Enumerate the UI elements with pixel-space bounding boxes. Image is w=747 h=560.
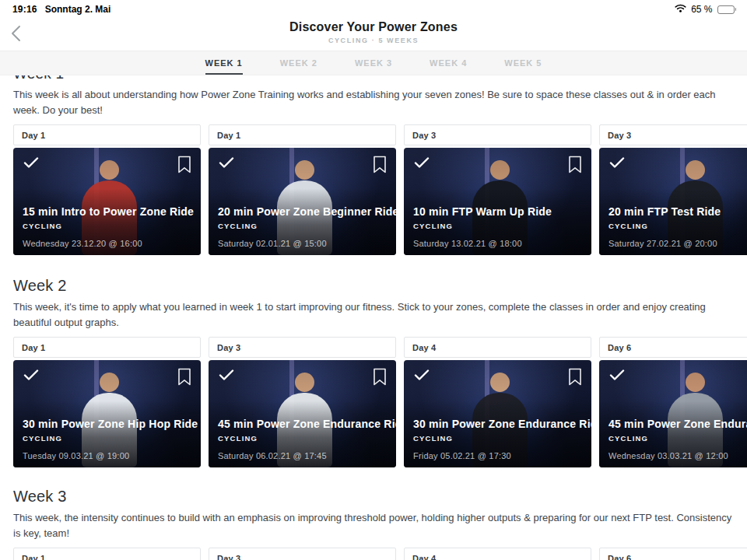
bookmark-icon[interactable] (177, 156, 191, 177)
class-card[interactable]: 30 min Power Zone Endurance Ride CYCLING… (404, 360, 591, 467)
class-title: 20 min FTP Test Ride (608, 205, 747, 218)
class-card[interactable]: 20 min FTP Test Ride CYCLING Saturday 27… (599, 148, 747, 255)
card-row-week1: 15 min Intro to Power Zone Ride CYCLING … (13, 148, 747, 255)
completed-check-icon (219, 157, 234, 172)
day-label-row-week2: Day 1 Day 3 Day 4 Day 6 (13, 337, 747, 358)
day-box: Day 3 (209, 337, 396, 358)
day-label: Day 3 (217, 343, 240, 352)
class-title: 30 min Power Zone Endurance Ride (413, 418, 591, 430)
completed-check-icon (219, 369, 234, 384)
class-scheduled-date: Saturday 13.02.21 @ 18:00 (413, 239, 591, 248)
class-card[interactable]: 45 min Power Zone Endurance Ride CYCLING… (599, 360, 747, 467)
day-label: Day 1 (217, 131, 240, 140)
completed-check-icon (414, 369, 430, 384)
day-label: Day 6 (608, 343, 631, 352)
day-label-row-week1: Day 1 Day 1 Day 3 Day 3 (13, 124, 747, 145)
bookmark-icon[interactable] (568, 156, 582, 177)
day-label: Day 3 (217, 554, 240, 560)
day-box: Day 3 (209, 548, 396, 560)
program-schedule: Week 1 This week is all about understand… (0, 65, 747, 560)
section-description-week2: This week, it's time to apply what you l… (13, 299, 734, 331)
page-title: Discover Your Power Zones (0, 20, 747, 34)
day-box: Day 3 (404, 124, 591, 145)
section-heading-week3: Week 3 (13, 488, 734, 506)
class-card[interactable]: 30 min Power Zone Hip Hop Ride CYCLING T… (13, 360, 201, 467)
app-header: Discover Your Power Zones CYCLING · 5 WE… (0, 19, 747, 51)
class-title: 45 min Power Zone Endurance Ride (608, 418, 747, 430)
class-title: 30 min Power Zone Hip Hop Ride (23, 418, 201, 430)
class-card[interactable]: 10 min FTP Warm Up Ride CYCLING Saturday… (404, 148, 591, 255)
class-scheduled-date: Saturday 06.02.21 @ 17:45 (218, 451, 396, 460)
tab-week-4[interactable]: WEEK 4 (430, 51, 467, 75)
day-label: Day 6 (608, 554, 631, 560)
section-description-week1: This week is all about understanding how… (13, 87, 734, 118)
completed-check-icon (414, 157, 430, 172)
day-box: Day 1 (209, 124, 396, 145)
day-box: Day 4 (404, 337, 591, 358)
day-label: Day 4 (412, 554, 436, 560)
class-scheduled-date: Tuesday 09.03.21 @ 19:00 (23, 451, 201, 460)
class-title: 15 min Intro to Power Zone Ride (23, 205, 201, 218)
class-discipline: CYCLING (413, 434, 591, 443)
status-time: 19:16 (12, 4, 37, 15)
day-box: Day 1 (13, 548, 201, 560)
status-bar: 19:16 Sonntag 2. Mai 65 % (0, 0, 747, 19)
status-date: Sonntag 2. Mai (45, 4, 111, 15)
completed-check-icon (609, 157, 625, 172)
bookmark-icon[interactable] (177, 368, 191, 389)
bookmark-icon[interactable] (373, 156, 387, 177)
class-discipline: CYCLING (23, 434, 201, 443)
day-box: Day 1 (13, 337, 201, 358)
section-description-week3: This week, the intensity continues to bu… (13, 510, 734, 541)
class-scheduled-date: Saturday 27.02.21 @ 20:00 (608, 239, 747, 248)
day-box: Day 6 (599, 548, 747, 560)
chevron-left-icon (11, 25, 21, 42)
completed-check-icon (609, 369, 625, 384)
battery-percent-label: 65 % (691, 4, 712, 15)
class-scheduled-date: Friday 05.02.21 @ 17:30 (413, 451, 591, 460)
class-discipline: CYCLING (218, 222, 396, 230)
wifi-icon (675, 4, 686, 15)
week-section-1: Week 1 This week is all about understand… (13, 65, 734, 255)
day-label: Day 1 (22, 131, 45, 140)
tab-week-1[interactable]: WEEK 1 (205, 51, 243, 75)
week-section-2: Week 2 This week, it's time to apply wha… (13, 277, 734, 467)
day-box: Day 6 (599, 337, 747, 358)
day-label: Day 3 (608, 131, 631, 140)
tab-week-3[interactable]: WEEK 3 (355, 51, 392, 75)
back-button[interactable] (11, 23, 28, 44)
day-box: Day 3 (599, 124, 747, 145)
class-discipline: CYCLING (413, 222, 591, 230)
card-row-week2: 30 min Power Zone Hip Hop Ride CYCLING T… (13, 360, 747, 467)
class-title: 10 min FTP Warm Up Ride (413, 205, 591, 218)
class-scheduled-date: Saturday 02.01.21 @ 15:00 (218, 239, 396, 248)
class-card[interactable]: 15 min Intro to Power Zone Ride CYCLING … (13, 148, 201, 255)
tab-week-5[interactable]: WEEK 5 (504, 51, 542, 75)
week-tab-bar: WEEK 1 WEEK 2 WEEK 3 WEEK 4 WEEK 5 (0, 51, 747, 75)
section-heading-week2: Week 2 (13, 277, 734, 295)
day-label: Day 1 (22, 343, 45, 352)
class-discipline: CYCLING (218, 434, 396, 443)
week-section-3: Week 3 This week, the intensity continue… (13, 488, 734, 560)
day-box: Day 4 (404, 548, 591, 560)
class-title: 45 min Power Zone Endurance Ride (218, 418, 396, 430)
class-discipline: CYCLING (23, 222, 201, 230)
class-scheduled-date: Wednesday 23.12.20 @ 16:00 (23, 239, 201, 248)
bookmark-icon[interactable] (568, 368, 582, 389)
class-discipline: CYCLING (608, 222, 747, 230)
tab-week-2[interactable]: WEEK 2 (280, 51, 317, 75)
class-card[interactable]: 20 min Power Zone Beginner Ride CYCLING … (209, 148, 396, 255)
class-title: 20 min Power Zone Beginner Ride (218, 205, 396, 218)
completed-check-icon (23, 157, 39, 172)
completed-check-icon (23, 369, 39, 384)
day-label: Day 1 (22, 554, 45, 560)
bookmark-icon[interactable] (373, 368, 387, 389)
day-box: Day 1 (13, 124, 201, 145)
class-discipline: CYCLING (608, 434, 747, 443)
day-label-row-week3: Day 1 Day 3 Day 4 Day 6 (13, 548, 747, 560)
day-label: Day 4 (412, 343, 436, 352)
day-label: Day 3 (412, 131, 436, 140)
class-scheduled-date: Wednesday 03.03.21 @ 12:00 (608, 451, 747, 460)
class-card[interactable]: 45 min Power Zone Endurance Ride CYCLING… (209, 360, 396, 467)
battery-icon (717, 5, 737, 14)
